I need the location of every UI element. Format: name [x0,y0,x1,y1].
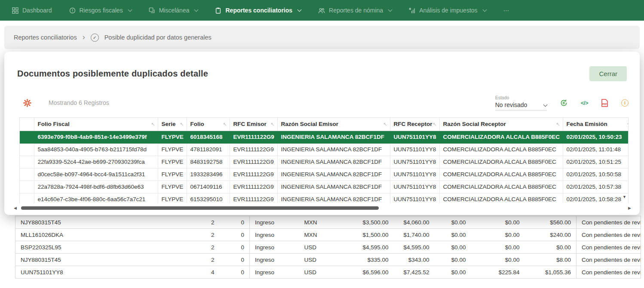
column-header-razon-social-emisor[interactable]: Razón Social Emisor↖ [277,118,390,131]
nav-item-dashboard[interactable]: Dashboard [12,7,52,14]
copy-icon [149,7,155,14]
grid-row[interactable]: 22a7828a-7924-498f-bdf6-d8fb63d60e63FLYP… [20,181,629,193]
grid-row[interactable]: d0cec58e-b097-4964-bcc4-9a1511ca2f31FLYP… [20,168,629,181]
sort-icon[interactable]: ↖ [270,121,274,127]
grid-toolbar: Mostrando 6 Registros Estado No revisado… [4,94,640,111]
table-cell: $0.00 [435,266,471,279]
grid-cell: FLYPVE [158,143,187,156]
chevron-down-icon [482,7,487,12]
code-export-icon[interactable]: </> [581,100,588,106]
row-selector-cell[interactable] [20,143,34,156]
grid-row[interactable]: 6393e709-f0b8-4ab9-851e-14e3499e379fFLYP… [20,131,629,143]
nav-item-more[interactable]: ⋯ [503,7,509,14]
row-selector-cell[interactable] [20,168,34,181]
scroll-left-icon[interactable]: ◀ [14,206,17,210]
breadcrumb-parent[interactable]: Reportes conciliatorios [14,34,77,41]
column-header-fecha-emision[interactable]: Fecha Emisión↖ [563,118,629,131]
table-cell: BSP220325L95 [15,241,140,254]
sort-icon[interactable]: ↖ [556,121,560,127]
sort-icon[interactable]: ↖ [432,121,436,127]
chevron-down-icon [194,7,199,12]
table-cell: Ingreso [250,229,299,241]
table-row[interactable]: UUN751101YY840IngresoUSD$6,596.00$7,425.… [15,266,641,279]
selector-column-header [20,118,34,131]
row-selector-cell[interactable] [20,193,34,203]
pdf-export-icon[interactable]: PDF [601,99,608,107]
more-icon: ⋯ [503,7,509,14]
scroll-down-icon[interactable]: ▼ [623,195,626,199]
chevron-down-icon [388,7,393,12]
background-table-body: NJY880315T4520IngresoMXN$3,500.00$4,060.… [15,216,641,279]
column-header-serie[interactable]: Serie↖ [158,118,187,131]
table-cell: MLL161026DKA [15,229,140,241]
table-cell: NJY880315T45 [15,216,140,229]
grid-cell: 02/01/2025, 10:51:25 [563,156,629,168]
column-header-rfc-emisor[interactable]: RFC Emisor↖ [230,118,277,131]
sort-icon[interactable]: ↖ [180,121,184,127]
grid-cell: 6393e709-f0b8-4ab9-851e-14e3499e379f [34,131,158,143]
grid-cell: UUN751101YY8 [390,181,439,193]
table-row[interactable]: NJY880315T4520IngresoMXN$3,500.00$4,060.… [15,216,641,229]
table-cell: Con pendientes de revisión [577,241,641,254]
row-selector-cell[interactable] [20,131,34,143]
grid-cell: 0671409116 [187,181,230,193]
column-header-label: Serie [162,121,176,127]
table-cell: $0.00 [435,254,471,266]
nav-item-reportes-conciliatorios[interactable]: Reportes conciliatorios [215,7,301,14]
nav-item-riesgos-fiscales[interactable]: Riesgos fiscales [69,7,132,14]
nav-item-label: Análisis de impuestos [419,7,477,14]
sort-icon[interactable]: ↖ [223,121,227,127]
column-header-razon-social-receptor[interactable]: Razón Social Receptor↖ [439,118,563,131]
duplicates-grid-body: 6393e709-f0b8-4ab9-851e-14e3499e379fFLYP… [20,131,629,203]
row-selector-cell[interactable] [20,156,34,168]
scrollbar-thumb[interactable] [21,206,379,210]
column-header-rfc-receptor[interactable]: RFC Receptor↖ [390,118,439,131]
info-icon[interactable]: i [621,99,629,107]
table-cell: USD [299,241,349,254]
breadcrumb: Reportes conciliatorios › ✓ Posible dupl… [4,26,640,49]
sort-icon[interactable]: ↖ [151,121,155,127]
grid-cell: UUN751101YY8 [390,193,439,203]
column-header-folio-fiscal[interactable]: Folio Fiscal↖ [34,118,158,131]
table-row[interactable]: MLL161026DKA20IngresoMXN$1,500.00$1,740.… [15,229,641,241]
column-header-folio[interactable]: Folio↖ [187,118,230,131]
grid-cell: EVR1111122G9 [230,193,277,203]
grid-row[interactable]: e14c60e7-c3be-4f06-880c-6aa56c7a7c21FLYP… [20,193,629,203]
nav-item-reportes-nomina[interactable]: Reportes de nómina [318,7,392,14]
grid-cell: UUN751101YY8 [390,143,439,156]
grid-cell: EVR1111122G9 [230,168,277,181]
horizontal-scrollbar[interactable]: ◀ ▶ [14,205,631,211]
table-cell: $4,595.00 [394,241,435,254]
table-row[interactable]: BSP220325L9520IngresoUSD$4,595.00$4,595.… [15,241,641,254]
grid-row[interactable]: 22fa9339-52c4-42ae-b699-270930239fcaFLYP… [20,156,629,168]
grid-cell: EVR1111122G9 [230,156,277,168]
scrollbar-track[interactable] [19,206,626,210]
sort-icon[interactable]: ↖ [627,121,629,127]
table-cell: Ingreso [250,254,299,266]
grid-cell: INGENIERIA SALAMANCA 82BCF1DF [277,143,390,156]
duplicates-detail-modal: Documentos posiblemente duplicados detal… [4,52,640,215]
column-header-label: Folio Fiscal [38,121,70,127]
table-row[interactable]: NJY880315T4520IngresoUSD$335.00$343.00$0… [15,254,641,266]
grid-cell: INGENIERIA SALAMANCA 82BCF1DF [277,193,390,203]
toolbar-actions: Estado No revisado </> PDF i [495,95,629,110]
table-cell: NJY880315T45 [15,254,140,266]
sort-icon[interactable]: ↖ [383,121,387,127]
grid-cell: FLYPVE [158,181,187,193]
settings-gear-icon[interactable] [23,99,31,107]
close-button[interactable]: Cerrar [589,66,627,81]
table-cell: $0.00 [435,241,471,254]
scroll-right-icon[interactable]: ▶ [628,206,631,210]
row-selector-cell[interactable] [20,181,34,193]
nav-item-label: Dashboard [22,7,52,14]
grid-row[interactable]: 5aa84853-040a-4905-b763-b211715fd78dFLYP… [20,143,629,156]
background-table: NJY880315T4520IngresoMXN$3,500.00$4,060.… [15,216,644,279]
refresh-add-icon[interactable] [560,99,568,107]
grid-cell: 22fa9339-52c4-42ae-b699-270930239fca [34,156,158,168]
nav-item-miscelanea[interactable]: Miscelánea [149,7,198,14]
table-cell: $0.00 [471,216,525,229]
estado-select[interactable]: Estado No revisado [495,95,547,110]
table-cell: $4,060.00 [394,216,435,229]
nav-item-analisis-impuestos[interactable]: Análisis de impuestos [409,7,486,14]
grid-cell: 02/01/2025, 11:01:48 [563,143,629,156]
